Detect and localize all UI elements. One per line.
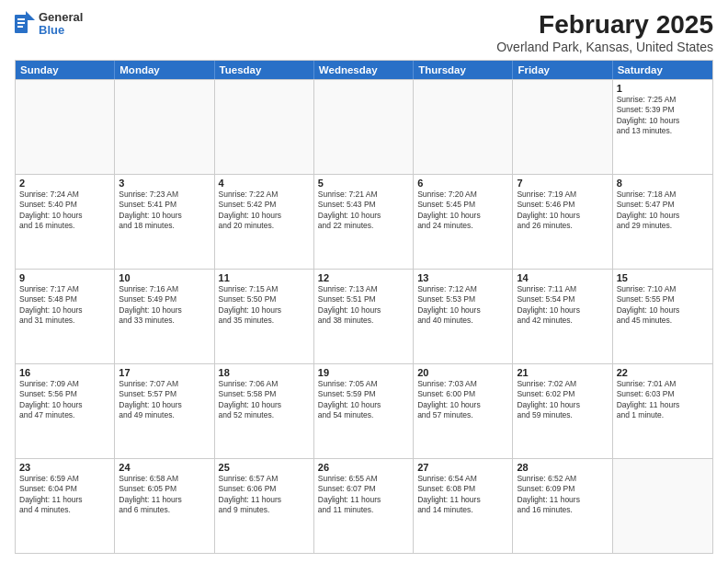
cell-content: Sunrise: 7:22 AMSunset: 5:42 PMDaylight:… [219, 190, 310, 232]
weekday-header: Saturday [613, 61, 712, 79]
day-number: 20 [417, 367, 508, 378]
cell-content: Sunrise: 7:12 AMSunset: 5:53 PMDaylight:… [417, 284, 508, 327]
cell-content: Sunrise: 7:10 AMSunset: 5:55 PMDaylight:… [617, 284, 709, 327]
cell-content: Sunrise: 7:18 AMSunset: 5:47 PMDaylight:… [617, 190, 709, 232]
calendar-cell: 26Sunrise: 6:55 AMSunset: 6:07 PMDayligh… [314, 459, 414, 553]
day-number: 5 [318, 178, 409, 189]
calendar-cell: 14Sunrise: 7:11 AMSunset: 5:54 PMDayligh… [513, 270, 612, 363]
calendar-cell: 12Sunrise: 7:13 AMSunset: 5:51 PMDayligh… [314, 270, 414, 363]
calendar-cell: 10Sunrise: 7:16 AMSunset: 5:49 PMDayligh… [115, 270, 214, 363]
weekday-header: Sunday [16, 61, 115, 79]
cell-content: Sunrise: 6:54 AMSunset: 6:08 PMDaylight:… [417, 474, 508, 516]
calendar-cell: 2Sunrise: 7:24 AMSunset: 5:40 PMDaylight… [16, 175, 115, 269]
day-number: 22 [617, 367, 709, 378]
calendar-subtitle: Overland Park, Kansas, United States [496, 40, 713, 54]
cell-content: Sunrise: 6:55 AMSunset: 6:07 PMDaylight:… [318, 474, 409, 516]
cell-content: Sunrise: 7:11 AMSunset: 5:54 PMDaylight:… [517, 284, 608, 327]
calendar-title: February 2025 [496, 11, 713, 40]
calendar-cell: 15Sunrise: 7:10 AMSunset: 5:55 PMDayligh… [613, 270, 712, 363]
logo-blue: Blue [39, 24, 83, 37]
calendar-body: 1Sunrise: 7:25 AMSunset: 5:39 PMDaylight… [16, 79, 712, 553]
day-number: 3 [119, 178, 210, 189]
calendar-cell: 7Sunrise: 7:19 AMSunset: 5:46 PMDaylight… [513, 175, 612, 269]
calendar-cell: 22Sunrise: 7:01 AMSunset: 6:03 PMDayligh… [613, 364, 712, 458]
cell-content: Sunrise: 7:15 AMSunset: 5:50 PMDaylight:… [219, 284, 310, 327]
calendar-cell [16, 80, 115, 174]
weekday-header: Wednesday [314, 61, 414, 79]
calendar-cell [513, 80, 612, 174]
day-number: 17 [119, 367, 210, 378]
day-number: 24 [119, 462, 210, 473]
cell-content: Sunrise: 7:25 AMSunset: 5:39 PMDaylight:… [617, 95, 709, 137]
day-number: 13 [417, 272, 508, 283]
svg-rect-4 [17, 26, 23, 28]
cell-content: Sunrise: 7:24 AMSunset: 5:40 PMDaylight:… [19, 190, 110, 232]
day-number: 2 [19, 178, 110, 189]
weekday-header: Friday [513, 61, 612, 79]
calendar-cell: 23Sunrise: 6:59 AMSunset: 6:04 PMDayligh… [16, 459, 115, 553]
day-number: 26 [318, 462, 409, 473]
cell-content: Sunrise: 6:57 AMSunset: 6:06 PMDaylight:… [219, 474, 310, 516]
cell-content: Sunrise: 7:06 AMSunset: 5:58 PMDaylight:… [219, 379, 310, 421]
calendar-cell: 21Sunrise: 7:02 AMSunset: 6:02 PMDayligh… [513, 364, 612, 458]
calendar-cell [613, 459, 712, 553]
calendar-row: 23Sunrise: 6:59 AMSunset: 6:04 PMDayligh… [16, 458, 712, 553]
day-number: 10 [119, 272, 210, 283]
logo-general: General [39, 11, 83, 24]
calendar-cell: 17Sunrise: 7:07 AMSunset: 5:57 PMDayligh… [115, 364, 214, 458]
calendar-row: 9Sunrise: 7:17 AMSunset: 5:48 PMDaylight… [16, 269, 712, 363]
calendar-row: 2Sunrise: 7:24 AMSunset: 5:40 PMDaylight… [16, 174, 712, 269]
day-number: 18 [219, 367, 310, 378]
cell-content: Sunrise: 7:23 AMSunset: 5:41 PMDaylight:… [119, 190, 210, 232]
day-number: 4 [219, 178, 310, 189]
cell-content: Sunrise: 7:13 AMSunset: 5:51 PMDaylight:… [318, 284, 409, 327]
cell-content: Sunrise: 7:21 AMSunset: 5:43 PMDaylight:… [318, 190, 409, 232]
cell-content: Sunrise: 7:20 AMSunset: 5:45 PMDaylight:… [417, 190, 508, 232]
cell-content: Sunrise: 6:59 AMSunset: 6:04 PMDaylight:… [19, 474, 110, 516]
day-number: 7 [517, 178, 608, 189]
calendar-cell: 27Sunrise: 6:54 AMSunset: 6:08 PMDayligh… [414, 459, 513, 553]
calendar-cell: 16Sunrise: 7:09 AMSunset: 5:56 PMDayligh… [16, 364, 115, 458]
calendar-cell [414, 80, 513, 174]
header: General Blue February 2025 Overland Park… [15, 11, 713, 54]
calendar-cell [215, 80, 314, 174]
cell-content: Sunrise: 7:17 AMSunset: 5:48 PMDaylight:… [19, 284, 110, 327]
day-number: 15 [617, 272, 709, 283]
day-number: 11 [219, 272, 310, 283]
svg-rect-2 [17, 18, 25, 20]
calendar-cell: 28Sunrise: 6:52 AMSunset: 6:09 PMDayligh… [513, 459, 612, 553]
calendar-cell: 3Sunrise: 7:23 AMSunset: 5:41 PMDaylight… [115, 175, 214, 269]
cell-content: Sunrise: 7:01 AMSunset: 6:03 PMDaylight:… [617, 379, 709, 421]
weekday-header: Thursday [414, 61, 513, 79]
calendar-cell: 25Sunrise: 6:57 AMSunset: 6:06 PMDayligh… [215, 459, 314, 553]
calendar: SundayMondayTuesdayWednesdayThursdayFrid… [15, 60, 713, 554]
day-number: 28 [517, 462, 608, 473]
calendar-cell: 18Sunrise: 7:06 AMSunset: 5:58 PMDayligh… [215, 364, 314, 458]
day-number: 12 [318, 272, 409, 283]
svg-marker-1 [26, 11, 35, 20]
day-number: 8 [617, 178, 709, 189]
cell-content: Sunrise: 7:19 AMSunset: 5:46 PMDaylight:… [517, 190, 608, 232]
cell-content: Sunrise: 7:05 AMSunset: 5:59 PMDaylight:… [318, 379, 409, 421]
day-number: 16 [19, 367, 110, 378]
calendar-cell: 5Sunrise: 7:21 AMSunset: 5:43 PMDaylight… [314, 175, 414, 269]
weekday-header: Tuesday [215, 61, 314, 79]
calendar-header: SundayMondayTuesdayWednesdayThursdayFrid… [16, 61, 712, 79]
day-number: 23 [19, 462, 110, 473]
cell-content: Sunrise: 6:58 AMSunset: 6:05 PMDaylight:… [119, 474, 210, 516]
calendar-cell: 20Sunrise: 7:03 AMSunset: 6:00 PMDayligh… [414, 364, 513, 458]
day-number: 25 [219, 462, 310, 473]
calendar-cell [314, 80, 414, 174]
day-number: 6 [417, 178, 508, 189]
cell-content: Sunrise: 7:02 AMSunset: 6:02 PMDaylight:… [517, 379, 608, 421]
title-block: February 2025 Overland Park, Kansas, Uni… [496, 11, 713, 54]
calendar-cell: 19Sunrise: 7:05 AMSunset: 5:59 PMDayligh… [314, 364, 414, 458]
calendar-cell: 13Sunrise: 7:12 AMSunset: 5:53 PMDayligh… [414, 270, 513, 363]
day-number: 1 [617, 83, 709, 94]
day-number: 9 [19, 272, 110, 283]
day-number: 19 [318, 367, 409, 378]
calendar-row: 16Sunrise: 7:09 AMSunset: 5:56 PMDayligh… [16, 363, 712, 458]
calendar-row: 1Sunrise: 7:25 AMSunset: 5:39 PMDaylight… [16, 79, 712, 174]
day-number: 27 [417, 462, 508, 473]
day-number: 21 [517, 367, 608, 378]
